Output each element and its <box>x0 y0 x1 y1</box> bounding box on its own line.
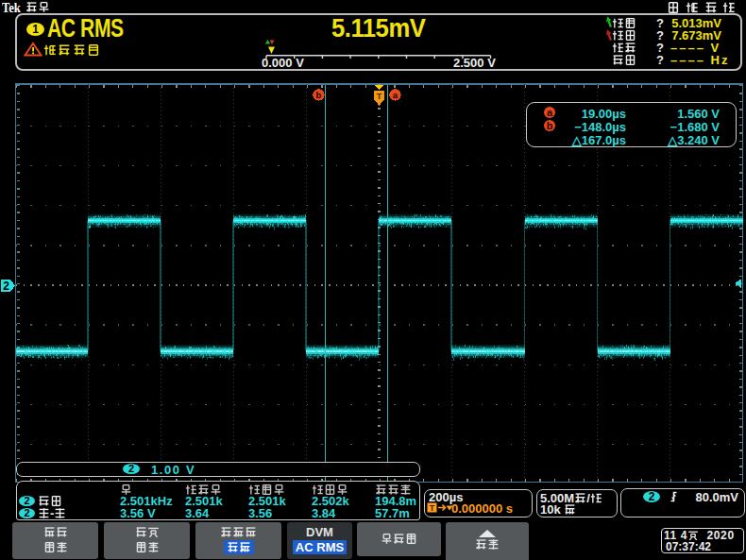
svg-text:2: 2 <box>3 280 9 293</box>
svg-text:T: T <box>377 92 382 101</box>
svg-text:b: b <box>547 120 553 131</box>
svg-text:b: b <box>316 90 322 100</box>
svg-text:a: a <box>393 90 398 100</box>
svg-text:a: a <box>547 107 553 118</box>
svg-text:T: T <box>430 503 435 513</box>
